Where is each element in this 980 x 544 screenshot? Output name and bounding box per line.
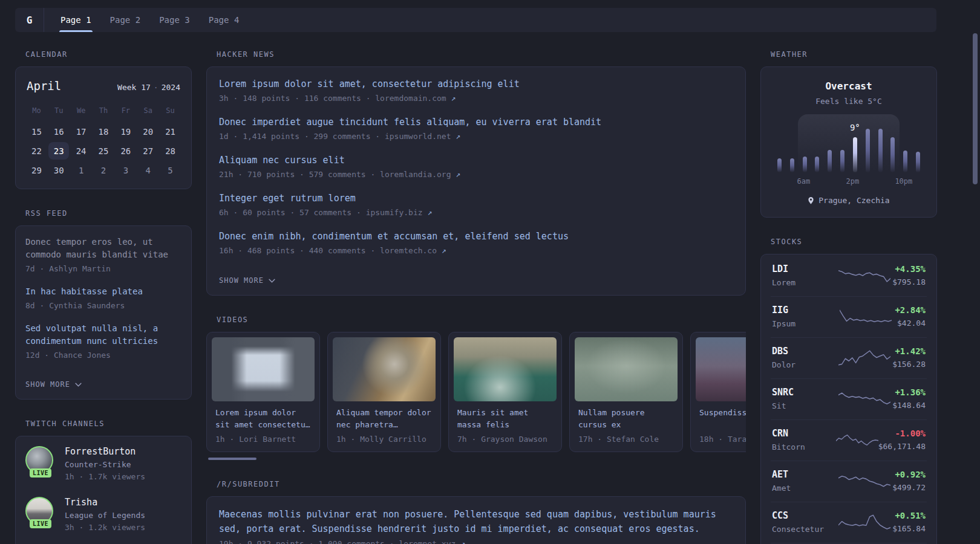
video-title[interactable]: Suspendisse diam <box>699 407 746 431</box>
weather-hour-label <box>810 177 822 186</box>
story-title[interactable]: Aliquam nec cursus elit <box>219 154 733 167</box>
calendar-day[interactable]: 3 <box>116 161 136 179</box>
video-title[interactable]: Aliquam tempor dolor nec pharetra… <box>336 407 432 431</box>
calendar-day[interactable]: 28 <box>160 142 181 160</box>
stock-values: +0.92% $499.72 <box>892 470 926 492</box>
video-title[interactable]: Nullam posuere cursus ex <box>578 407 674 431</box>
video-card[interactable]: Aliquam tempor dolor nec pharetra… 1h · … <box>327 332 441 452</box>
calendar-day[interactable]: 20 <box>138 123 158 140</box>
video-card[interactable]: Mauris sit amet massa felis 7h · Grayson… <box>448 332 562 452</box>
weather-bar <box>790 158 794 172</box>
videos-widget: VIDEOS Lorem ipsum dolor sit amet consec… <box>206 316 746 460</box>
app-logo[interactable]: G <box>15 8 44 32</box>
calendar-day[interactable]: 21 <box>160 123 181 140</box>
calendar-day[interactable]: 25 <box>93 142 114 160</box>
stock-row[interactable]: IIG Ipsum +2.84% $42.04 <box>771 296 927 337</box>
stock-change: +0.51% <box>892 511 926 520</box>
chevron-down-icon <box>269 279 275 283</box>
rss-show-more-button[interactable]: SHOW MORE <box>25 380 82 389</box>
video-title[interactable]: Lorem ipsum dolor sit amet consectetu… <box>215 407 311 431</box>
story-title[interactable]: Donec imperdiet augue tincidunt felis al… <box>219 115 733 129</box>
story-title[interactable]: Lorem ipsum dolor sit amet, consectetur … <box>219 77 733 91</box>
section-title-subreddit: /R/SUBREDDIT <box>217 480 746 488</box>
video-card[interactable]: Suspendisse diam 18h · Tara <box>690 332 746 452</box>
hackernews-show-more-button[interactable]: SHOW MORE <box>219 276 275 285</box>
tab-page-1[interactable]: Page 1 <box>60 8 91 32</box>
stock-row[interactable]: SNRC Sit +1.36% $148.64 <box>771 378 927 419</box>
story-meta: 21h · 710 points · 579 comments · loreml… <box>219 169 733 180</box>
tab-page-2[interactable]: Page 2 <box>110 8 141 32</box>
story-item: Donec enim nibh, condimentum et accumsan… <box>219 230 733 256</box>
rss-item-title[interactable]: In hac habitasse platea <box>25 285 181 298</box>
stock-row[interactable]: CCS Consectetur +0.51% $165.84 <box>771 502 927 543</box>
stocks-list: LDI Lorem +4.35% $795.18 IIG Ipsum +2.84… <box>771 256 927 544</box>
channel-name[interactable]: ForrestBurton <box>65 446 145 457</box>
weather-hour-label <box>785 177 797 186</box>
stock-row[interactable]: DBS Dolor +1.42% $156.28 <box>771 337 927 378</box>
rss-item-meta: 7d · Ashlyn Martin <box>25 264 181 274</box>
twitch-channel[interactable]: LIVE ForrestBurton Counter-Strike 1h · 1… <box>25 446 181 481</box>
stock-row[interactable]: LDI Lorem +4.35% $795.18 <box>771 256 927 296</box>
calendar-day[interactable]: 24 <box>71 142 91 160</box>
calendar-day[interactable]: 22 <box>26 142 47 160</box>
stock-change: +1.36% <box>892 387 926 397</box>
channel-name[interactable]: Trisha <box>65 497 145 508</box>
twitch-channel[interactable]: LIVE Trisha League of Legends 3h · 1.2k … <box>25 497 181 532</box>
weather-widget: WEATHER Overcast Feels like 5°C 9° 6am2p… <box>760 50 937 218</box>
rss-item-meta: 8d · Cynthia Saunders <box>25 300 181 311</box>
calendar-day[interactable]: 16 <box>48 123 69 140</box>
weekday-label: Su <box>166 105 174 117</box>
rss-item-title[interactable]: Donec tempor eros leo, ut commodo mauris… <box>25 236 181 261</box>
stock-values: +0.51% $165.84 <box>892 511 926 533</box>
video-thumbnail <box>333 337 436 401</box>
stock-id: SNRC Sit <box>772 387 836 410</box>
stock-symbol: CCS <box>772 510 836 521</box>
calendar-day[interactable]: 4 <box>138 161 158 179</box>
calendar-day[interactable]: 23 <box>48 142 69 160</box>
rss-item-title[interactable]: Sed volutpat nulla nisl, a condimentum n… <box>25 322 181 348</box>
story-title[interactable]: Integer eget rutrum lorem <box>219 192 733 205</box>
stock-id: IIG Ipsum <box>772 305 836 328</box>
stock-name: Sit <box>772 401 836 410</box>
calendar-day[interactable]: 5 <box>160 161 181 179</box>
video-card[interactable]: Nullam posuere cursus ex 17h · Stefan Co… <box>569 332 683 452</box>
post-title[interactable]: Maecenas mollis pulvinar erat non posuer… <box>219 507 733 536</box>
weather-bar <box>890 137 895 172</box>
calendar-day[interactable]: 29 <box>26 161 47 179</box>
stocks-card: LDI Lorem +4.35% $795.18 IIG Ipsum +2.84… <box>760 254 937 544</box>
calendar-day[interactable]: 18 <box>93 123 114 140</box>
dashboard: CALENDAR April Week 17·2024 MoTuWeThFrSa… <box>15 50 937 544</box>
stock-row[interactable]: AET Amet +0.92% $499.72 <box>771 461 927 502</box>
subreddit-card: Maecenas mollis pulvinar erat non posuer… <box>206 496 746 544</box>
page-scrollbar-thumb[interactable] <box>973 33 978 184</box>
stock-change: -1.00% <box>878 429 926 438</box>
stock-row[interactable]: CRN Bitcorn -1.00% $66,171.48 <box>771 419 927 461</box>
carousel-scrollbar-thumb[interactable] <box>208 458 256 460</box>
calendar-day[interactable]: 19 <box>116 123 136 140</box>
calendar-week-year: Week 17·2024 <box>117 83 180 92</box>
calendar-day[interactable]: 27 <box>138 142 158 160</box>
channel-meta: 3h · 1.2k viewers <box>65 523 145 532</box>
show-more-label: SHOW MORE <box>25 380 70 389</box>
tab-page-3[interactable]: Page 3 <box>159 8 190 32</box>
calendar-day[interactable]: 1 <box>71 161 91 179</box>
video-title[interactable]: Mauris sit amet massa felis <box>457 407 553 431</box>
calendar-day[interactable]: 26 <box>116 142 136 160</box>
channel-info: Trisha League of Legends 3h · 1.2k viewe… <box>65 497 145 532</box>
stock-change: +4.35% <box>892 264 926 274</box>
calendar-day[interactable]: 30 <box>48 161 69 179</box>
calendar-day[interactable]: 2 <box>93 161 114 179</box>
external-link-icon: ↗ <box>451 94 456 103</box>
rss-item: In hac habitasse platea 8d · Cynthia Sau… <box>25 285 181 311</box>
calendar-day[interactable]: 15 <box>26 123 47 140</box>
story-title[interactable]: Donec enim nibh, condimentum et accumsan… <box>219 230 733 243</box>
rss-widget: RSS FEED Donec tempor eros leo, ut commo… <box>15 209 192 400</box>
tab-page-4[interactable]: Page 4 <box>209 8 240 32</box>
stock-sparkline <box>836 349 892 367</box>
calendar-week: Week 17 <box>117 83 151 92</box>
dot-separator: · <box>154 83 158 92</box>
calendar-day[interactable]: 17 <box>71 123 91 140</box>
video-card[interactable]: Lorem ipsum dolor sit amet consectetu… 1… <box>206 332 320 452</box>
section-title-stocks: STOCKS <box>771 238 937 246</box>
stock-sparkline <box>836 390 892 408</box>
